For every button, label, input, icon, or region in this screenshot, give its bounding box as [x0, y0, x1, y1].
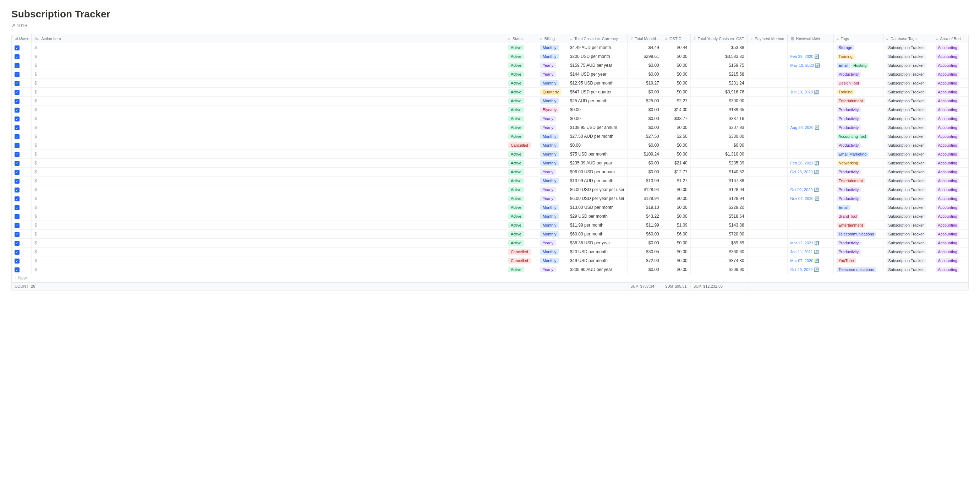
action-cell[interactable]: $ [32, 265, 505, 274]
done-checkbox[interactable] [14, 125, 19, 130]
status-cell[interactable]: Active [505, 185, 537, 194]
area-cell[interactable]: Accounting [933, 247, 968, 257]
done-cell[interactable] [12, 70, 32, 79]
action-cell[interactable]: $ [32, 79, 505, 88]
col-header-db-tags[interactable]: ≡ Database Tags [883, 34, 933, 43]
done-checkbox[interactable] [14, 99, 19, 104]
done-cell[interactable] [12, 52, 32, 61]
action-cell[interactable]: $ [32, 97, 505, 105]
done-checkbox[interactable] [14, 161, 19, 166]
payment-cell[interactable] [747, 177, 787, 185]
area-cell[interactable]: Accounting [933, 61, 968, 70]
renewal-cell[interactable] [787, 141, 834, 150]
tags-cell[interactable]: Training [834, 88, 883, 97]
done-checkbox[interactable] [14, 152, 19, 157]
area-cell[interactable]: Accounting [933, 239, 968, 247]
db-tags-cell[interactable]: Subscription Tracker [883, 159, 933, 167]
billing-cell[interactable]: Monthly [537, 212, 567, 221]
done-cell[interactable] [12, 61, 32, 70]
tags-cell[interactable]: Brand Tool [834, 212, 883, 221]
tags-cell[interactable]: Productivity [834, 167, 883, 177]
tags-cell[interactable]: Entertainment [834, 97, 883, 105]
tags-cell[interactable]: Storage [834, 43, 883, 52]
action-cell[interactable]: $ [32, 221, 505, 230]
renewal-cell[interactable] [787, 150, 834, 159]
area-cell[interactable]: Accounting [933, 79, 968, 88]
done-cell[interactable] [12, 105, 32, 114]
tags-cell[interactable]: Productivity [834, 70, 883, 79]
status-cell[interactable]: Active [505, 97, 537, 105]
renewal-cell[interactable]: Aug 28, 2020 🔄 [787, 123, 834, 132]
status-cell[interactable]: Active [505, 221, 537, 230]
billing-cell[interactable]: Yearly [537, 194, 567, 203]
db-tags-cell[interactable]: Subscription Tracker [883, 257, 933, 265]
payment-cell[interactable] [747, 203, 787, 212]
renewal-cell[interactable]: Mar 12, 2021 🔄 [787, 239, 834, 247]
status-cell[interactable]: Active [505, 70, 537, 79]
tags-cell[interactable]: Telecommunications [834, 265, 883, 274]
tags-cell[interactable]: Productivity [834, 123, 883, 132]
payment-cell[interactable] [747, 265, 787, 274]
status-cell[interactable]: Active [505, 105, 537, 114]
renewal-cell[interactable]: Jan 11, 2021 🔄 [787, 247, 834, 257]
payment-cell[interactable] [747, 97, 787, 105]
tags-cell[interactable]: Entertainment [834, 177, 883, 185]
area-cell[interactable]: Accounting [933, 114, 968, 123]
done-cell[interactable] [12, 185, 32, 194]
db-tags-cell[interactable]: Subscription Tracker [883, 114, 933, 123]
tags-cell[interactable]: Entertainment [834, 221, 883, 230]
status-cell[interactable]: Cancelled [505, 257, 537, 265]
renewal-cell[interactable] [787, 221, 834, 230]
payment-cell[interactable] [747, 88, 787, 97]
area-cell[interactable]: Accounting [933, 141, 968, 150]
tags-cell[interactable]: Productivity [834, 239, 883, 247]
db-tags-cell[interactable]: Subscription Tracker [883, 70, 933, 79]
action-cell[interactable]: $ [32, 203, 505, 212]
col-header-gst[interactable]: # GST C... [662, 34, 690, 43]
done-checkbox[interactable] [14, 258, 19, 263]
done-cell[interactable] [12, 239, 32, 247]
area-cell[interactable]: Accounting [933, 97, 968, 105]
status-cell[interactable]: Active [505, 114, 537, 123]
done-checkbox[interactable] [14, 232, 19, 237]
billing-cell[interactable]: Yearly [537, 61, 567, 70]
payment-cell[interactable] [747, 43, 787, 52]
tags-cell[interactable]: Accounting Tool [834, 132, 883, 141]
db-tags-cell[interactable]: Subscription Tracker [883, 221, 933, 230]
renewal-cell[interactable] [787, 203, 834, 212]
renewal-cell[interactable] [787, 132, 834, 141]
payment-cell[interactable] [747, 239, 787, 247]
done-checkbox[interactable] [14, 250, 19, 255]
billing-cell[interactable]: Monthly [537, 97, 567, 105]
status-cell[interactable]: Active [505, 159, 537, 167]
area-cell[interactable]: Accounting [933, 203, 968, 212]
billing-cell[interactable]: Monthly [537, 159, 567, 167]
col-header-renewal[interactable]: ▦ Renewal Date [787, 34, 834, 43]
done-cell[interactable] [12, 265, 32, 274]
area-cell[interactable]: Accounting [933, 177, 968, 185]
action-cell[interactable]: $ [32, 70, 505, 79]
done-cell[interactable] [12, 177, 32, 185]
col-header-done[interactable]: ☑ Done [12, 34, 32, 43]
done-cell[interactable] [12, 114, 32, 123]
done-cell[interactable] [12, 194, 32, 203]
payment-cell[interactable] [747, 194, 787, 203]
renewal-cell[interactable]: May 10, 2020 🔄 [787, 61, 834, 70]
payment-cell[interactable] [747, 141, 787, 150]
col-header-total-costs[interactable]: ≡ Total Costs inc. Currency [567, 34, 627, 43]
status-cell[interactable]: Active [505, 239, 537, 247]
payment-cell[interactable] [747, 79, 787, 88]
done-checkbox[interactable] [14, 205, 19, 210]
done-checkbox[interactable] [14, 241, 19, 246]
area-cell[interactable]: Accounting [933, 212, 968, 221]
payment-cell[interactable] [747, 150, 787, 159]
db-tags-cell[interactable]: Subscription Tracker [883, 52, 933, 61]
tags-cell[interactable]: Design Tool [834, 79, 883, 88]
action-cell[interactable]: $ [32, 123, 505, 132]
action-cell[interactable]: $ [32, 105, 505, 114]
payment-cell[interactable] [747, 61, 787, 70]
db-tags-cell[interactable]: Subscription Tracker [883, 150, 933, 159]
tags-cell[interactable]: Productivity [834, 141, 883, 150]
db-tags-cell[interactable]: Subscription Tracker [883, 194, 933, 203]
area-cell[interactable]: Accounting [933, 159, 968, 167]
